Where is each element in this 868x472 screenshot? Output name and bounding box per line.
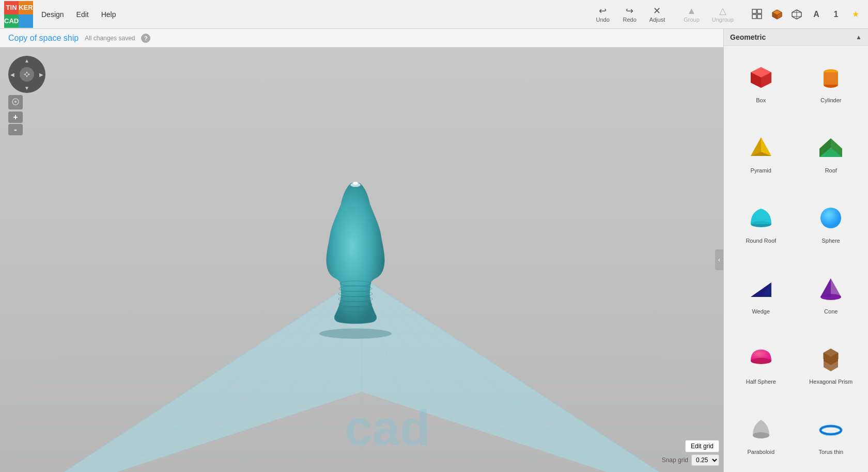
rotation-center[interactable] [20,67,34,82]
snap-select[interactable]: 0.25 0.5 1 [691,454,719,466]
home-icon [11,98,20,106]
shape-label-roof: Roof [825,167,837,174]
shape-icon-pyramid [747,133,776,164]
shape-item-cylinder[interactable]: Cylinder [796,48,866,118]
cube-icon [771,9,783,20]
snap-label: Snap grid [662,457,688,464]
view-text-btn[interactable]: A [808,6,825,23]
right-panel: Geometric ▲ Box Cylinder Pyramid [723,29,868,472]
svg-point-75 [751,358,771,364]
svg-point-68 [820,208,841,228]
logo[interactable]: TIN KER CAD [4,1,31,28]
svg-marker-47 [24,73,26,75]
shape-icon-round-roof [747,203,776,234]
shape-label-paraboloid: Paraboloid [747,449,774,455]
canvas-area[interactable]: Copy of space ship All changes saved ? [0,29,723,472]
move-icon [23,71,30,78]
shape-icon-wedge [747,274,776,305]
shape-item-roof[interactable]: Roof [796,118,866,188]
panel-scroll-up-button[interactable]: ▲ [856,34,862,41]
group-icon: ▲ [687,6,696,15]
shape-item-wedge[interactable]: Wedge [726,259,796,329]
logo-tin: TIN [4,1,19,14]
panel-header: Geometric ▲ [724,29,868,46]
menu-design[interactable]: Design [35,7,70,22]
svg-marker-48 [28,73,30,75]
view-grid-btn[interactable] [749,6,766,23]
shape-label-torus-thin: Torus thin [818,449,843,455]
shape-icon-paraboloid [747,415,776,446]
logo-cad: CAD [4,14,19,28]
rotation-ring[interactable]: ▲ ▼ ◀ ▶ [8,56,45,93]
svg-rect-2 [752,14,756,19]
shape-item-sphere[interactable]: Sphere [796,188,866,259]
panel-title: Geometric [730,33,766,41]
shape-icon-sphere [816,203,845,234]
view-icons-group: A 1 ★ [749,6,864,23]
shape-label-half-sphere: Half Sphere [746,379,776,385]
view-cube-btn[interactable] [769,6,785,23]
zoom-in-button[interactable]: + [8,112,23,123]
shape-icon-roof [816,133,845,164]
3d-object[interactable] [293,176,417,343]
edit-grid-button[interactable]: Edit grid [685,440,719,452]
shape-label-cone: Cone [824,308,838,314]
wireframe-icon [791,9,802,20]
project-title[interactable]: Copy of space ship [8,34,79,43]
vase-svg [293,176,417,341]
shape-item-box[interactable]: Box [726,48,796,118]
shape-item-hexagonal-prism[interactable]: Hexagonal Prism [796,329,866,400]
shape-icon-cylinder [816,63,845,94]
svg-rect-0 [752,9,756,13]
nav-right-arrow: ▶ [39,72,43,77]
shape-item-pyramid[interactable]: Pyramid [726,118,796,188]
zoom-controls: + - [8,112,45,135]
adjust-button[interactable]: ✕ Adjust [644,4,671,25]
svg-point-83 [753,432,769,438]
view-wireframe-btn[interactable] [788,6,805,23]
svg-marker-74 [820,278,831,297]
undo-button[interactable]: ↩ Undo [591,4,615,25]
redo-button[interactable]: ↪ Redo [617,4,642,25]
shape-item-paraboloid[interactable]: Paraboloid [726,400,796,470]
svg-point-36 [319,328,392,339]
shape-icon-hex-prism [816,344,845,375]
nav-down-arrow: ▼ [24,85,29,91]
shape-item-cone[interactable]: Cone [796,259,866,329]
bottom-controls: Edit grid Snap grid 0.25 0.5 1 [662,440,719,466]
shape-item-round-roof[interactable]: Round Roof [726,188,796,259]
shapes-grid: Box Cylinder Pyramid Roof Round Roof [724,46,868,472]
ungroup-button[interactable]: △ Ungroup [707,4,739,25]
svg-rect-3 [757,14,762,19]
help-button[interactable]: ? [141,34,150,43]
shape-icon-torus-thin [816,415,845,446]
group-button[interactable]: ▲ Group [678,4,705,25]
shape-label-pyramid: Pyramid [751,167,771,174]
save-status: All changes saved [85,35,135,42]
shape-icon-box [747,63,776,94]
titlebar: Copy of space ship All changes saved ? [0,29,723,48]
svg-marker-46 [26,75,28,77]
number-icon: 1 [834,10,839,19]
nav-up-arrow: ▲ [24,58,29,64]
shape-label-box: Box [756,97,766,103]
shape-item-torus-thin[interactable]: Torus thin [796,400,866,470]
shape-label-hex-prism: Hexagonal Prism [809,379,853,385]
snap-grid-row: Snap grid 0.25 0.5 1 [662,454,719,466]
shape-icon-cone [816,274,845,305]
menu-help[interactable]: Help [95,7,122,22]
nav-controls: ▲ ▼ ◀ ▶ + - [8,56,45,136]
shape-label-cylinder: Cylinder [820,97,841,103]
svg-point-44 [353,182,358,185]
svg-rect-1 [757,9,762,13]
view-star-btn[interactable]: ★ [847,6,864,23]
logo-empty [19,14,33,28]
panel-collapse-button[interactable]: ‹ [715,249,723,270]
menu-edit[interactable]: Edit [70,7,95,22]
undo-icon: ↩ [599,6,607,15]
home-view-button[interactable] [8,95,23,109]
zoom-out-button[interactable]: - [8,124,23,135]
shape-item-half-sphere[interactable]: Half Sphere [726,329,796,400]
view-number-btn[interactable]: 1 [828,6,844,23]
viewport[interactable]: cad ▲ ▼ [0,48,723,472]
